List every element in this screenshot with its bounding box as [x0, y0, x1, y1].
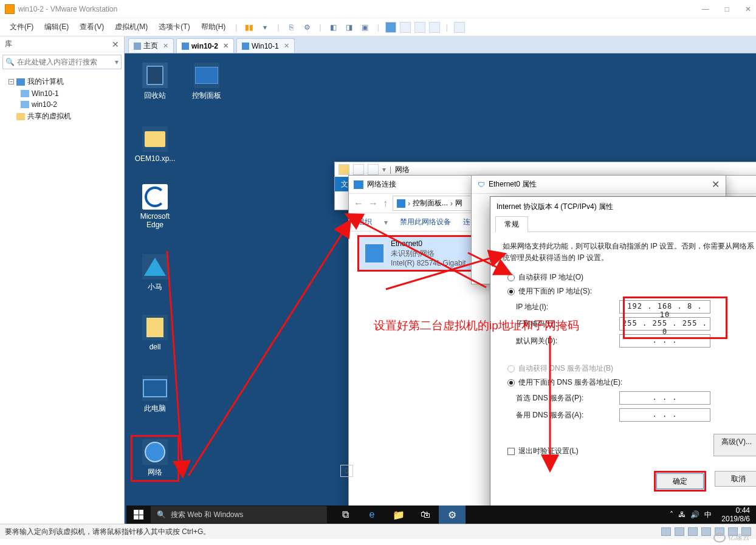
ipv4-properties-dialog[interactable]: Internet 协议版本 4 (TCP/IPv4) 属性 ✕ 常规 如果网络支…	[490, 196, 756, 524]
search-icon: 🔍	[5, 58, 15, 66]
icon-label: Microsoft Edge	[131, 212, 179, 230]
radio-use-ip[interactable]: 使用下面的 IP 地址(S):	[507, 286, 756, 296]
tab-home[interactable]: 主页 ✕	[128, 38, 174, 53]
menu-file[interactable]: 文件(F)	[6, 19, 37, 35]
view-stretch-icon[interactable]	[454, 22, 465, 33]
windows-logo-icon	[134, 510, 143, 519]
taskbar-search[interactable]: 🔍 搜索 Web 和 Windows	[151, 506, 327, 523]
breadcrumb-part[interactable]: 网	[455, 198, 462, 208]
cancel-button[interactable]: 取消	[715, 471, 756, 487]
desktop-edge[interactable]: Microsoft Edge	[131, 184, 179, 230]
desktop-dell[interactable]: dell	[131, 315, 179, 351]
taskbar-clock[interactable]: 0:44 2019/8/6	[721, 506, 750, 524]
ok-button[interactable]: 确定	[656, 473, 704, 489]
breadcrumb-part[interactable]: 控制面板...	[413, 198, 448, 208]
nav-back-icon[interactable]: ←	[354, 198, 363, 209]
checkbox-icon	[507, 448, 515, 455]
settings-icon[interactable]: ⚙	[301, 21, 314, 33]
library-search[interactable]: 🔍 ▾	[2, 55, 122, 69]
nav-fwd-icon[interactable]: →	[368, 198, 378, 209]
device-hdd-icon[interactable]	[661, 527, 671, 536]
radio-auto-ip[interactable]: 自动获得 IP 地址(O)	[507, 272, 756, 283]
menu-edit[interactable]: 编辑(E)	[41, 19, 72, 35]
view-console-icon[interactable]	[385, 22, 396, 33]
dropdown-icon[interactable]: ▾	[259, 21, 271, 33]
shield-icon: 🛡	[478, 180, 485, 189]
close-button[interactable]: ✕	[712, 179, 720, 190]
system-tray[interactable]: ˄ 🖧 🔊 中 0:44 2019/8/6	[670, 506, 750, 524]
guest-desktop[interactable]: 回收站 控制面板 OEM10.xp... Microsoft Edge 小马 d…	[125, 53, 756, 524]
tree-vm-win10-2[interactable]: win10-2	[2, 99, 122, 110]
tab-win10-1[interactable]: Win10-1 ✕	[236, 38, 295, 53]
device-usb-icon[interactable]	[701, 527, 711, 536]
toolbar-organize[interactable]: 组织	[357, 217, 372, 227]
tray-volume-icon[interactable]: 🔊	[690, 510, 699, 519]
device-cd-icon[interactable]	[675, 527, 684, 536]
desktop-recycle-bin[interactable]: 回收站	[131, 63, 179, 101]
desktop-oem-folder[interactable]: OEM10.xp...	[131, 126, 179, 163]
qat-button[interactable]	[368, 164, 379, 175]
tray-ime-icon[interactable]: 中	[704, 510, 712, 520]
tree-label: 我的计算机	[27, 77, 64, 87]
explorer-icon[interactable]	[338, 164, 349, 175]
minimize-button[interactable]: ―	[702, 5, 709, 13]
taskbar-explorer-icon[interactable]: 📁	[385, 506, 412, 524]
toolbar-connect[interactable]: 连	[463, 217, 470, 227]
network-icon	[142, 439, 168, 465]
adapter-ethernet0[interactable]: Ethernet0 未识别的网络 Intel(R) 82574L Gigabit	[357, 235, 476, 272]
library-close-icon[interactable]: ✕	[112, 39, 119, 49]
tab-label: Win10-1	[252, 42, 279, 50]
desktop-xiaoma[interactable]: 小马	[131, 254, 179, 292]
tab-close-icon[interactable]: ✕	[163, 42, 168, 50]
window-title: win10-2 - VMware Workstation	[18, 5, 117, 13]
tab-close-icon[interactable]: ✕	[223, 42, 229, 50]
tab-close-icon[interactable]: ✕	[284, 42, 289, 50]
nav-up-icon[interactable]: ↑	[383, 198, 388, 209]
menu-vm[interactable]: 虚拟机(M)	[111, 19, 151, 35]
menu-help[interactable]: 帮助(H)	[198, 19, 230, 35]
guest-taskbar[interactable]: 🔍 搜索 Web 和 Windows ⧉ e 📁 🛍 ⚙ ˄ 🖧 🔊 中 0:4…	[126, 506, 756, 524]
radio-auto-dns[interactable]: 自动获得 DNS 服务器地址(B)	[507, 363, 756, 374]
desktop-network[interactable]: 网络	[131, 435, 179, 482]
snapshot-manage-icon[interactable]: ▣	[359, 21, 371, 33]
taskbar-control-panel-icon[interactable]: ⚙	[439, 506, 466, 524]
qat-button[interactable]	[353, 164, 364, 175]
clock-time: 0:44	[721, 506, 750, 515]
taskbar-store-icon[interactable]: 🛍	[412, 506, 439, 524]
tree-vm-win10-1[interactable]: Win10-1	[2, 88, 122, 99]
tab-general[interactable]: 常规	[495, 216, 528, 232]
vm-icon	[21, 101, 29, 108]
dns1-input[interactable]: . . .	[619, 391, 710, 405]
snapshot-revert-icon[interactable]: ◨	[343, 21, 356, 33]
maximize-button[interactable]: □	[725, 5, 729, 13]
desktop-control-panel[interactable]: 控制面板	[182, 63, 231, 101]
menu-tabs[interactable]: 选项卡(T)	[155, 19, 193, 35]
view-multimon-icon[interactable]	[429, 22, 440, 33]
tree-my-computer[interactable]: − 我的计算机	[2, 75, 122, 88]
view-unity-icon[interactable]	[400, 22, 411, 33]
tray-network-icon[interactable]: 🖧	[678, 510, 686, 519]
toolbar-disable[interactable]: 禁用此网络设备	[400, 217, 451, 227]
tab-win10-2[interactable]: win10-2 ✕	[176, 38, 234, 53]
advanced-button[interactable]: 高级(V)...	[713, 434, 756, 456]
task-view-icon[interactable]: ⧉	[332, 506, 359, 524]
pause-icon[interactable]: ▮▮	[243, 21, 255, 33]
taskbar-edge-icon[interactable]: e	[359, 506, 385, 524]
tree-shared-vms[interactable]: 共享的虚拟机	[2, 110, 122, 123]
collapse-icon[interactable]: −	[9, 79, 14, 84]
annotation-box-ip	[623, 296, 727, 339]
close-button[interactable]: ✕	[745, 5, 751, 13]
search-dropdown-icon[interactable]: ▾	[115, 58, 119, 66]
snapshot-icon[interactable]: ⎘	[286, 21, 298, 33]
dns2-input[interactable]: . . .	[619, 408, 710, 422]
view-fullscreen-icon[interactable]	[414, 22, 425, 33]
checkbox-validate[interactable]: 退出时验证设置(L)	[507, 446, 579, 456]
start-button[interactable]	[126, 506, 151, 524]
library-search-input[interactable]	[17, 58, 112, 66]
menu-view[interactable]: 查看(V)	[76, 19, 108, 35]
device-net-icon[interactable]	[688, 527, 698, 536]
tray-chevron-icon[interactable]: ˄	[670, 510, 673, 519]
snapshot-take-icon[interactable]: ◧	[328, 21, 340, 33]
desktop-this-pc[interactable]: 此电脑	[131, 375, 179, 414]
radio-use-dns[interactable]: 使用下面的 DNS 服务器地址(E):	[507, 377, 756, 388]
